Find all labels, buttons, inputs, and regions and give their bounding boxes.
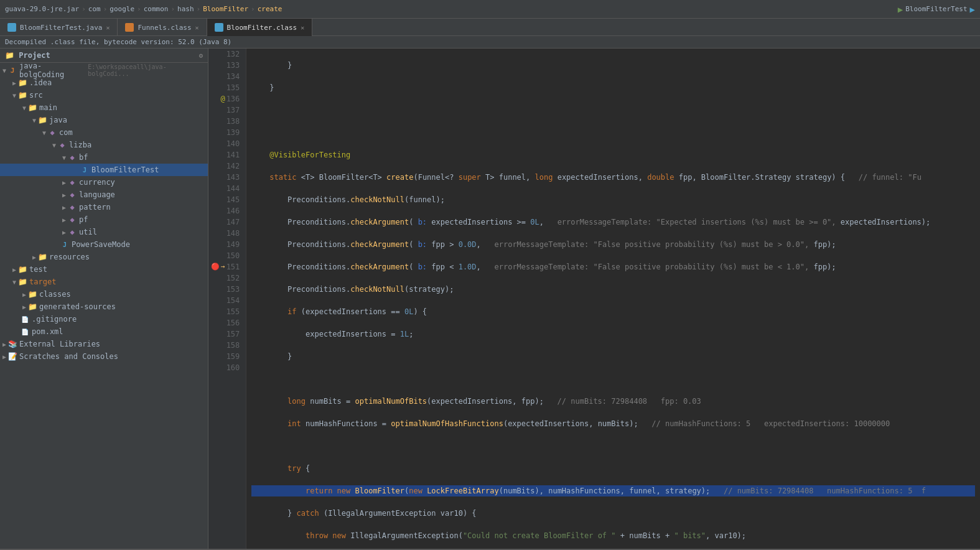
code-line-142: Preconditions.checkNotNull(strategy);	[251, 284, 975, 295]
tree-util[interactable]: ▶ ◆ util	[0, 226, 208, 238]
tree-java[interactable]: ▼ 📁 java	[0, 114, 208, 126]
breadcrumb-jar: guava-29.0-jre.jar	[5, 5, 79, 13]
tab-label-3: BloomFilter.class	[227, 24, 297, 32]
code-text[interactable]: } } @VisibleForTesting static <T> BloomF…	[246, 49, 980, 549]
close-tab-3[interactable]: ✕	[301, 24, 304, 31]
top-bar: guava-29.0-jre.jar › com › google › comm…	[0, 0, 980, 19]
tree-currency[interactable]: ▶ ◆ currency	[0, 176, 208, 189]
code-line-141: Preconditions.checkArgument( b: fpp < 1.…	[251, 261, 975, 273]
tree-bf[interactable]: ▼ ◆ bf	[0, 151, 208, 164]
class-icon-1	[125, 23, 134, 32]
code-line-138: Preconditions.checkNotNull(funnel);	[251, 194, 975, 205]
close-tab-1[interactable]: ✕	[106, 24, 110, 31]
close-tab-2[interactable]: ✕	[195, 24, 199, 31]
code-line-148: int numHashFunctions = optimalNumOfHashF…	[251, 418, 975, 429]
tree-src[interactable]: ▼ 📁 src	[0, 89, 208, 101]
tree-idea[interactable]: ▶ 📁 .idea	[0, 77, 208, 89]
code-line-152: } catch (IllegalArgumentException var10)…	[251, 508, 975, 519]
code-line-150: try {	[251, 463, 975, 474]
tab-funnels[interactable]: Funnels.class ✕	[118, 19, 207, 36]
code-line-149	[251, 440, 975, 452]
tree-main[interactable]: ▼ 📁 main	[0, 101, 208, 114]
tree-powersavemode[interactable]: J PowerSaveMode	[0, 238, 208, 251]
run-button[interactable]: ▶	[898, 4, 903, 14]
code-line-136: @VisibleForTesting	[251, 149, 975, 161]
code-line-140: Preconditions.checkArgument( b: fpp > 0.…	[251, 239, 975, 250]
tree-classes[interactable]: ▶ 📁 classes	[0, 288, 208, 301]
sidebar-tree: ▼ J java-bolgCoding E:\workspaceall\java…	[0, 63, 208, 549]
sidebar-settings-icon[interactable]: ⚙	[198, 52, 203, 60]
code-line-143: if (expectedInsertions == 0L) {	[251, 306, 975, 317]
tab-label-1: BloomFilterTest.java	[20, 24, 102, 32]
tree-scratches[interactable]: ▶ 📝 Scratches and Consoles	[0, 350, 208, 363]
code-line-132: }	[251, 60, 975, 71]
tree-pattern[interactable]: ▶ ◆ pattern	[0, 201, 208, 213]
tree-language[interactable]: ▶ ◆ language	[0, 189, 208, 201]
code-line-146	[251, 373, 975, 385]
top-right-tools: ▶ BloomFilterTest ▶	[898, 4, 975, 14]
tree-pf[interactable]: ▶ ◆ pf	[0, 213, 208, 226]
code-line-139: Preconditions.checkArgument( b: expected…	[251, 217, 975, 228]
class-icon-2	[215, 23, 223, 32]
code-editor: 132 133 134 135 @136 137 138 139 140 141…	[208, 49, 980, 549]
java-icon	[7, 23, 16, 32]
code-line-134	[251, 105, 975, 116]
tab-bar: BloomFilterTest.java ✕ Funnels.class ✕ B…	[0, 19, 980, 36]
tab-label-2: Funnels.class	[138, 24, 191, 32]
code-line-135	[251, 127, 975, 138]
tree-pomxml[interactable]: 📄 pom.xml	[0, 325, 208, 338]
info-bar: Decompiled .class file, bytecode version…	[0, 36, 980, 49]
code-line-145: }	[251, 351, 975, 362]
tree-com[interactable]: ▼ ◆ com	[0, 126, 208, 139]
sidebar: 📁 Project ⚙ ▼ J java-bolgCoding E:\works…	[0, 49, 208, 549]
code-line-137: static <T> BloomFilter<T> create(Funnel<…	[251, 172, 975, 183]
tree-target[interactable]: ▼ 📁 target	[0, 276, 208, 288]
tree-root[interactable]: ▼ J java-bolgCoding E:\workspaceall\java…	[0, 64, 208, 77]
debug-run-button[interactable]: ▶	[970, 4, 975, 14]
tree-gitignore[interactable]: 📄 .gitignore	[0, 313, 208, 325]
code-content[interactable]: 132 133 134 135 @136 137 138 139 140 141…	[208, 49, 980, 549]
run-config-label: BloomFilterTest	[905, 5, 967, 13]
sidebar-title: 📁 Project	[5, 51, 50, 60]
main-layout: 📁 Project ⚙ ▼ J java-bolgCoding E:\works…	[0, 49, 980, 549]
tab-bloomfiltertest[interactable]: BloomFilterTest.java ✕	[0, 19, 118, 36]
tree-lizba[interactable]: ▼ ◆ lizba	[0, 139, 208, 151]
tree-external-libraries[interactable]: ▶ 📚 External Libraries	[0, 338, 208, 350]
tree-test[interactable]: ▶ 📁 test	[0, 263, 208, 276]
code-line-144: expectedInsertions = 1L;	[251, 329, 975, 340]
code-line-133: }	[251, 82, 975, 93]
tree-bloomfiltertest[interactable]: J BloomFilterTest	[0, 164, 208, 176]
sidebar-header: 📁 Project ⚙	[0, 49, 208, 63]
code-line-153: throw new IllegalArgumentException("Coul…	[251, 530, 975, 541]
tree-generated-sources[interactable]: ▶ 📁 generated-sources	[0, 301, 208, 313]
code-line-151: return new BloomFilter(new LockFreeBitAr…	[251, 485, 975, 496]
line-numbers: 132 133 134 135 @136 137 138 139 140 141…	[208, 49, 246, 549]
tree-resources[interactable]: ▶ 📁 resources	[0, 251, 208, 263]
breadcrumb: guava-29.0-jre.jar › com › google › comm…	[5, 5, 282, 13]
tab-bloomfilter-class[interactable]: BloomFilter.class ✕	[207, 19, 313, 36]
code-line-147: long numBits = optimalNumOfBits(expected…	[251, 396, 975, 407]
